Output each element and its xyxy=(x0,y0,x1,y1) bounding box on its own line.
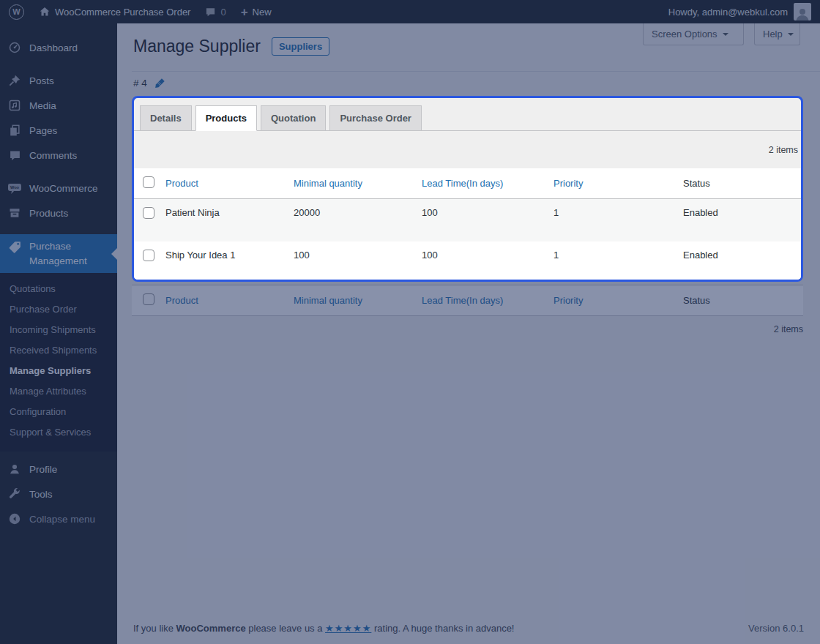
screenshot-stage: W WooCommerce Purchase Order 0 + New How… xyxy=(0,0,820,644)
sort-product-link[interactable]: Product xyxy=(165,178,198,189)
table-header-row: Product Minimal quantity Lead Time(In da… xyxy=(134,168,801,199)
table-row: Ship Your Idea 1 100 100 1 Enabled xyxy=(134,242,801,280)
cell-minimal-quantity: 100 xyxy=(294,242,422,280)
items-count-top: 2 items xyxy=(769,145,798,155)
tab-details[interactable]: Details xyxy=(140,105,192,131)
tab-purchase-order[interactable]: Purchase Order xyxy=(329,105,422,131)
cell-priority: 1 xyxy=(554,199,683,242)
cell-status: Enabled xyxy=(683,199,801,242)
products-table: Product Minimal quantity Lead Time(In da… xyxy=(134,168,801,280)
cell-minimal-quantity: 20000 xyxy=(294,199,422,242)
tab-strip: Details Products Quotation Purchase Orde… xyxy=(134,98,801,131)
tab-quotation[interactable]: Quotation xyxy=(261,105,326,131)
table-row: Patient Ninja 20000 100 1 Enabled xyxy=(134,199,801,242)
status-column-header: Status xyxy=(683,178,710,189)
row-checkbox[interactable] xyxy=(143,250,154,261)
row-checkbox[interactable] xyxy=(143,207,154,219)
select-all-checkbox[interactable] xyxy=(143,176,154,188)
cell-lead-time: 100 xyxy=(422,242,554,280)
sort-minimal-quantity-link[interactable]: Minimal quantity xyxy=(294,178,362,189)
supplier-products-panel: Details Products Quotation Purchase Orde… xyxy=(132,96,803,282)
cell-status: Enabled xyxy=(683,242,801,280)
cell-product: Ship Your Idea 1 xyxy=(165,242,294,280)
cell-product: Patient Ninja xyxy=(165,199,294,242)
tablenav-top: 2 items xyxy=(134,131,801,168)
cell-lead-time: 100 xyxy=(422,199,554,242)
sort-priority-link[interactable]: Priority xyxy=(554,178,583,189)
tab-products[interactable]: Products xyxy=(195,105,257,131)
cell-priority: 1 xyxy=(554,242,683,280)
sort-lead-time-link[interactable]: Lead Time(In days) xyxy=(422,178,503,189)
